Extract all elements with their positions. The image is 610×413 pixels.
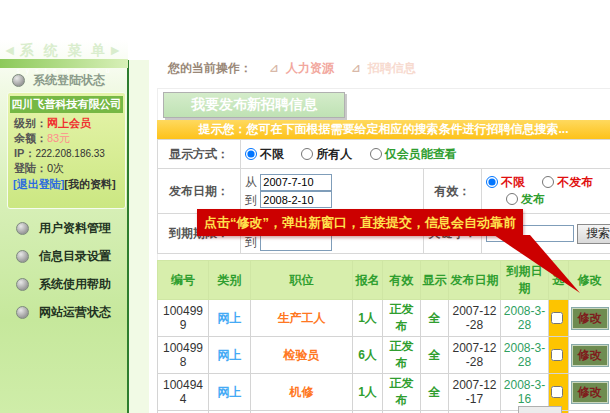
sidebar-menu: 用户资料管理 信息目录设置 系统使用帮助 网站运营状态	[0, 214, 128, 326]
sidebar-menu-item[interactable]: 系统使用帮助	[0, 270, 128, 298]
row-checkbox[interactable]	[551, 312, 563, 324]
table-row: 1004944 网上 机修 1人 正发布 全 2007-12-17 2008-3…	[158, 374, 610, 411]
cell-select	[549, 337, 569, 374]
sidebar-menu-item-label: 信息目录设置	[39, 248, 111, 265]
table-header-cell: 有效	[383, 261, 421, 300]
table-header-cell: 显示	[421, 261, 449, 300]
publish-from-input[interactable]	[260, 174, 332, 191]
sidebar-menu-item-label: 用户资料管理	[39, 220, 111, 237]
modify-button[interactable]: 修改	[572, 382, 608, 403]
display-members-radio[interactable]	[370, 148, 382, 160]
new-post-button[interactable]: 我要发布新招聘信息	[163, 92, 345, 118]
sidebar-menu-item-label: 系统使用帮助	[39, 276, 111, 293]
cell-category: 网上	[209, 337, 251, 374]
ip-value: 222.208.186.33	[35, 148, 105, 159]
nav-link-hr[interactable]: 人力资源	[286, 61, 334, 75]
triangle-icon: ⊿	[269, 62, 278, 74]
cell-select	[549, 300, 569, 337]
sidebar-title: ◄系 统 菜 单►	[0, 42, 128, 60]
cell-position[interactable]: 机修	[251, 374, 353, 411]
table-header-cell: 报名	[353, 261, 383, 300]
cell-publish-date: 2007-12-28	[449, 300, 501, 337]
modify-button[interactable]: 修改	[572, 345, 608, 366]
cell-valid: 正发布	[383, 374, 421, 411]
modify-button[interactable]: 修改	[572, 308, 608, 329]
table-header-cell: 类别	[209, 261, 251, 300]
profile-link[interactable]: [我的资料]	[64, 178, 115, 190]
cell-valid: 正发布	[383, 337, 421, 374]
cell-display: 全	[421, 337, 449, 374]
callout-arrow-icon	[480, 235, 590, 297]
valid-published-label: 发布	[521, 192, 545, 206]
logins-row: 登陆：0次	[8, 161, 125, 176]
breadcrumb: 您的当前操作： ⊿ 人力资源 ⊿ 招聘信息	[168, 60, 416, 77]
cell-display: 全	[421, 374, 449, 411]
display-mode-options: 不限 所有人 仅会员能查看	[241, 140, 610, 169]
cell-category: 网上	[209, 374, 251, 411]
display-everyone-radio[interactable]	[301, 148, 313, 160]
current-action-label: 您的当前操作：	[168, 61, 252, 75]
from-label: 从	[245, 175, 257, 189]
company-name: 四川飞普科技有限公司	[10, 96, 123, 113]
table-header-cell: 编号	[158, 261, 209, 300]
hint-bar: 提示您：您可在下面根据需要给定相应的搜索条件进行招聘信息搜索...	[157, 120, 610, 139]
cell-modify: 修改	[569, 300, 610, 337]
cell-position[interactable]: 生产工人	[251, 300, 353, 337]
row-checkbox[interactable]	[551, 386, 563, 398]
nav-link-jobs[interactable]: 招聘信息	[368, 61, 416, 75]
cell-publish-date: 2007-12-28	[449, 337, 501, 374]
sidebar-gutter	[129, 60, 149, 413]
table-header-cell: 职位	[251, 261, 353, 300]
cell-display: 全	[421, 300, 449, 337]
cell-applicants: 6人	[353, 337, 383, 374]
valid-unpublished-radio[interactable]	[542, 176, 554, 188]
publish-to-input[interactable]	[260, 191, 332, 208]
valid-unlimited-label: 不限	[501, 175, 525, 189]
sidebar-menu-item[interactable]: 信息目录设置	[0, 242, 128, 270]
balance-label: 余额：	[14, 132, 47, 144]
publish-date-range: 从 到	[241, 169, 424, 214]
balance-row: 余额：83元	[8, 131, 125, 146]
logout-link[interactable]: [退出登陆]	[13, 178, 64, 190]
table-row: 1004999 网上 生产工人 1人 正发布 全 2007-12-28 2008…	[158, 300, 610, 337]
menu-bullet-icon	[16, 278, 29, 291]
recruitment-admin-screen: ◄系 统 菜 单► s y s t e m m e n u 系统登陆状态 四川飞…	[0, 0, 610, 413]
valid-published-radio[interactable]	[506, 193, 518, 205]
to-label: 到	[245, 193, 257, 207]
cell-select	[549, 374, 569, 411]
account-links: [退出登陆][我的资料]	[8, 176, 125, 192]
display-members-label: 仅会员能查看	[385, 147, 457, 161]
login-status-label: 系统登陆状态	[33, 72, 105, 89]
display-everyone-label: 所有人	[316, 147, 352, 161]
cell-id: 1004998	[158, 337, 209, 374]
cell-expire-date: 2008-3-28	[501, 300, 549, 337]
status-orb-icon	[12, 74, 25, 87]
level-value: 网上会员	[47, 117, 91, 129]
cell-valid: 正发布	[383, 300, 421, 337]
sidebar-menu-item-label: 网站运营状态	[39, 304, 111, 321]
menu-bullet-icon	[16, 306, 29, 319]
callout-tooltip: 点击“修改”，弹出新窗口，直接提交，信息会自动靠前	[197, 209, 523, 236]
expire-to-input[interactable]	[260, 234, 332, 251]
triangle-icon: ⊿	[351, 62, 360, 74]
table-body: 1004999 网上 生产工人 1人 正发布 全 2007-12-28 2008…	[158, 300, 610, 413]
login-info-box: 四川飞普科技有限公司 级别：网上会员 余额：83元 IP：222.208.186…	[7, 92, 126, 209]
table-row: 1004998 网上 检验员 6人 正发布 全 2007-12-28 2008-…	[158, 337, 610, 374]
sidebar-menu-item[interactable]: 用户资料管理	[0, 214, 128, 242]
menu-bullet-icon	[16, 250, 29, 263]
logins-value: 0次	[47, 162, 64, 174]
partial-cutoff-button[interactable]	[518, 406, 562, 413]
row-checkbox[interactable]	[551, 349, 563, 361]
level-row: 级别：网上会员	[8, 116, 125, 131]
menu-bullet-icon	[16, 222, 29, 235]
level-label: 级别：	[14, 117, 47, 129]
sidebar-menu-item[interactable]: 网站运营状态	[0, 298, 128, 326]
cell-position[interactable]: 检验员	[251, 337, 353, 374]
display-unlimited-radio[interactable]	[245, 148, 257, 160]
cell-id: 1004999	[158, 300, 209, 337]
balance-value: 83元	[47, 132, 70, 144]
cell-modify: 修改	[569, 374, 610, 411]
valid-unlimited-radio[interactable]	[486, 176, 498, 188]
cell-applicants: 1人	[353, 374, 383, 411]
login-status-row: 系统登陆状态	[12, 72, 105, 89]
